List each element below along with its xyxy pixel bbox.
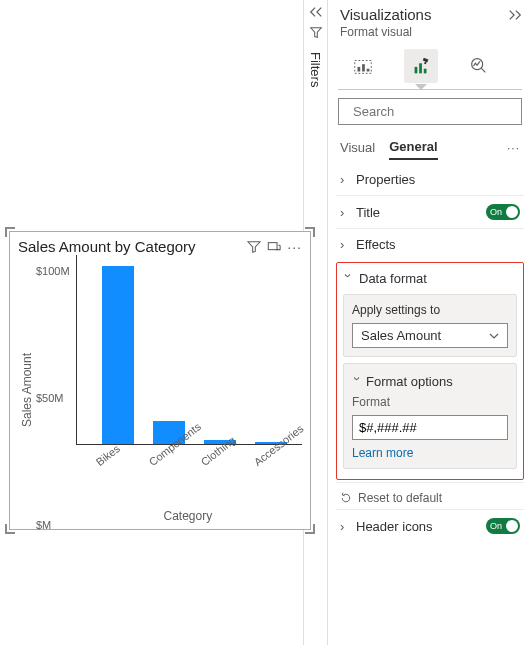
format-visual-mode-button[interactable] xyxy=(404,49,438,83)
section-label: Properties xyxy=(356,172,415,187)
format-options-header[interactable]: › Format options xyxy=(352,374,508,389)
search-field[interactable] xyxy=(351,103,523,120)
section-header-icons[interactable]: › Header icons On xyxy=(336,509,524,542)
apply-settings-label: Apply settings to xyxy=(352,303,508,317)
chevron-right-icon: › xyxy=(340,237,350,252)
header-icons-toggle[interactable]: On xyxy=(486,518,520,534)
apply-settings-card: Apply settings to Sales Amount xyxy=(343,294,517,357)
analytics-mode-button[interactable] xyxy=(462,49,496,83)
svg-rect-3 xyxy=(362,64,365,71)
section-label: Title xyxy=(356,205,380,220)
chevron-down-icon: › xyxy=(341,274,356,284)
section-label: Data format xyxy=(359,271,427,286)
bar-chart-visual[interactable]: Sales Amount by Category ··· Sales Amoun… xyxy=(9,231,311,530)
y-axis-label: Sales Amount xyxy=(18,255,36,525)
apply-settings-value: Sales Amount xyxy=(361,328,441,343)
svg-rect-4 xyxy=(367,69,370,72)
bar-bikes[interactable] xyxy=(102,266,134,444)
more-options-icon[interactable]: ··· xyxy=(287,239,302,255)
chevron-down-icon: › xyxy=(350,377,365,387)
svg-rect-2 xyxy=(358,67,361,72)
chevron-right-icon: › xyxy=(340,519,350,534)
x-axis-label: Category xyxy=(74,509,302,525)
pane-title: Visualizations xyxy=(340,6,508,23)
data-format-highlight: › Data format Apply settings to Sales Am… xyxy=(336,262,524,480)
chart-title: Sales Amount by Category xyxy=(18,238,241,255)
section-properties[interactable]: › Properties xyxy=(336,164,524,195)
section-label: Effects xyxy=(356,237,396,252)
tab-visual[interactable]: Visual xyxy=(340,136,375,159)
chevron-right-icon: › xyxy=(340,205,350,220)
y-tick: $100M xyxy=(36,265,74,277)
visualizations-pane: Visualizations Format visual Visual Gene… xyxy=(327,0,532,645)
section-title[interactable]: › Title On xyxy=(336,195,524,228)
pane-subtitle: Format visual xyxy=(328,25,532,45)
visual-selection[interactable]: Sales Amount by Category ··· Sales Amoun… xyxy=(6,228,314,533)
report-canvas[interactable]: Sales Amount by Category ··· Sales Amoun… xyxy=(0,0,303,645)
section-data-format[interactable]: › Data format xyxy=(343,269,517,288)
search-input[interactable] xyxy=(338,98,522,125)
focus-mode-icon[interactable] xyxy=(267,240,281,254)
format-options-card: › Format options Format Learn more xyxy=(343,363,517,469)
chevron-right-icon: › xyxy=(340,172,350,187)
filters-label[interactable]: Filters xyxy=(308,48,323,87)
filter-icon[interactable] xyxy=(247,240,261,254)
svg-rect-7 xyxy=(424,69,427,74)
svg-rect-6 xyxy=(419,63,422,73)
reset-to-default-button[interactable]: Reset to default xyxy=(336,482,524,509)
y-tick: $M xyxy=(36,519,74,531)
tab-general[interactable]: General xyxy=(389,135,437,160)
learn-more-link[interactable]: Learn more xyxy=(352,446,508,460)
format-label: Format xyxy=(352,395,508,409)
svg-rect-8 xyxy=(424,61,427,64)
section-label: Header icons xyxy=(356,519,433,534)
funnel-icon[interactable] xyxy=(309,26,323,40)
format-string-input[interactable] xyxy=(352,415,508,440)
expand-pane-icon[interactable] xyxy=(508,9,522,21)
build-visual-mode-button[interactable] xyxy=(346,49,380,83)
reset-icon xyxy=(340,492,352,504)
collapse-filters-icon[interactable] xyxy=(309,6,323,18)
chevron-down-icon xyxy=(489,331,499,341)
section-effects[interactable]: › Effects xyxy=(336,228,524,260)
plot-area xyxy=(76,255,302,445)
svg-rect-0 xyxy=(269,242,278,249)
tabs-more-icon[interactable]: ··· xyxy=(507,141,520,155)
svg-rect-5 xyxy=(415,67,418,73)
apply-settings-dropdown[interactable]: Sales Amount xyxy=(352,323,508,348)
y-tick: $50M xyxy=(36,392,74,404)
title-toggle[interactable]: On xyxy=(486,204,520,220)
